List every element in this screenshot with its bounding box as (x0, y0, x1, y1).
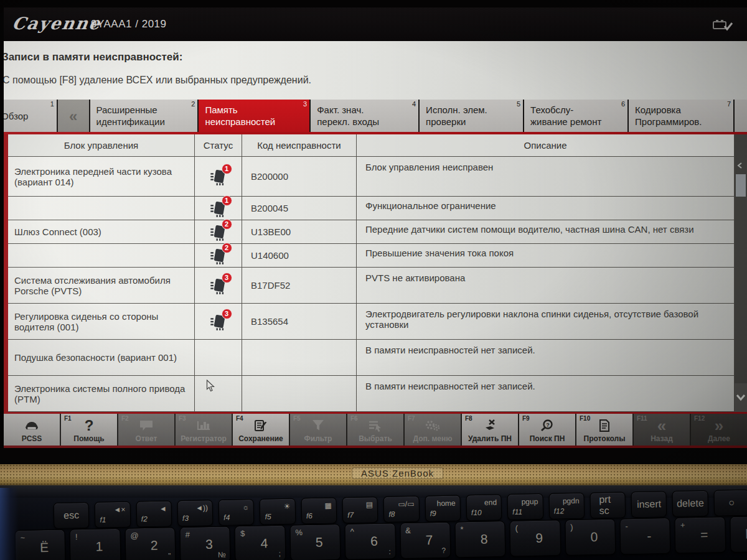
scrollbar-thumb[interactable] (736, 174, 746, 197)
tab-coding-programming[interactable]: 7 Кодировка Программиров. (629, 100, 733, 132)
laptop-blue-edge (0, 488, 19, 560)
keyboard-key[interactable]: # 3 № (179, 526, 230, 560)
scroll-down-button[interactable] (735, 383, 747, 412)
mouse-cursor (206, 380, 215, 395)
tab-overview[interactable]: 1 Обзор (4, 100, 57, 132)
back-button[interactable]: F11 « Назад (634, 414, 690, 446)
fault-count-badge: 2 (222, 219, 232, 230)
cell-unit: Электроника передней части кузова (вариа… (8, 157, 195, 196)
cell-code: B17DF52 (242, 268, 357, 303)
tab-fault-memory[interactable]: 3 Память неисправностей (199, 100, 309, 132)
note-edit-icon (253, 418, 268, 434)
select-button[interactable]: F6 Выбрать (347, 414, 403, 446)
vertical-scrollbar[interactable] (735, 134, 747, 412)
tab-scroll-left-button[interactable]: « (58, 100, 89, 132)
cell-desc: В памяти неисправностей нет записей. (357, 340, 735, 375)
cell-desc: Электродвигатель регулировки наклона спи… (357, 304, 735, 339)
tab-actual-values[interactable]: 4 Факт. знач. перекл. входы (311, 100, 418, 132)
fault-count-badge: 3 (222, 309, 232, 319)
function-key-toolbar: PCSS F1 ? Помощь F2 Ответ F3 (4, 412, 747, 448)
keyboard-key[interactable]: f12 pgdn (548, 493, 585, 520)
keyboard-key[interactable]: f7 ▤ (342, 497, 378, 523)
screen: Cayenne 9YAAA1 / 2019 Записи в памяти не… (4, 7, 747, 448)
keyboard-key[interactable]: + = (675, 516, 726, 554)
keyboard-key[interactable]: f8 ▭/▭ (383, 496, 420, 523)
keyboard-key[interactable]: f2 ◄ (136, 500, 172, 527)
help-button[interactable]: F1 ? Помощь (61, 414, 117, 446)
tab-partial-next (735, 100, 747, 132)
cell-desc: Функциональное ограничение (357, 197, 735, 220)
cell-code: B200000 (242, 157, 357, 196)
table-row[interactable]: 2 U140600 Превышение значения тока покоя (8, 244, 735, 268)
tab-maintenance-repair[interactable]: 6 Техобслу- живание ремонт (524, 100, 627, 132)
chevron-down-icon (735, 393, 746, 402)
table-row[interactable]: 1 B200045 Функциональное ограничение (8, 197, 735, 220)
cell-code: U140600 (242, 244, 357, 267)
fault-count-badge: 1 (222, 195, 232, 206)
table-row[interactable]: Электроника передней части кузова (вариа… (8, 157, 735, 197)
col-header-desc: Описание (357, 134, 735, 156)
keyboard-key[interactable]: back ← (730, 515, 747, 553)
page-hint: С помощью [F8] удаление ВСЕХ или выбранн… (4, 75, 741, 86)
cell-unit (8, 244, 195, 267)
table-row[interactable]: Подушка безопасности (вариант 001) В пам… (8, 340, 735, 376)
protocols-button[interactable]: F10 Протоколы (576, 414, 632, 446)
table-row[interactable]: Электроника системы полного привода (PTM… (8, 376, 735, 412)
keyboard-key[interactable]: ) 0 (565, 518, 616, 556)
fault-count-badge: 3 (222, 273, 232, 283)
cell-unit: Подушка безопасности (вариант 001) (8, 340, 195, 375)
search-faults-button[interactable]: F9 ? Поиск ПН (519, 414, 575, 446)
keyboard-key[interactable]: & 7 ? (400, 522, 451, 559)
control-unit-fault-icon: 2 (209, 246, 228, 265)
keyboard-key[interactable]: f5 ☀ (260, 498, 296, 525)
keyboard-key[interactable]: - - (619, 518, 670, 555)
keyboard-key[interactable]: prt sc (590, 492, 626, 518)
keyboard-key[interactable]: ○ (713, 490, 747, 516)
gears-icon (425, 418, 441, 434)
next-button[interactable]: F12 » Далее (691, 414, 747, 446)
model-logo: Cayenne (11, 14, 103, 33)
keyboard-key[interactable]: @ 2 " (125, 527, 176, 560)
cell-desc: Передние датчики систем помощи водителю,… (357, 220, 735, 243)
keyboard-key[interactable]: ^ 6 : (345, 523, 396, 560)
answer-button[interactable]: F2 Ответ (118, 414, 174, 446)
cell-code: U13BE00 (242, 220, 357, 243)
keyboard-key[interactable]: esc (54, 502, 90, 529)
tab-extended-identification[interactable]: 2 Расширенные идентификации (90, 100, 198, 132)
delete-faults-button[interactable]: F8 Удалить ПН (462, 414, 518, 446)
magnifier-question-icon: ? (540, 418, 555, 434)
recorder-button[interactable]: F3 Регистратор (176, 414, 232, 446)
save-button[interactable]: F4 Сохранение (233, 414, 289, 446)
keyboard-key[interactable]: f10 end (466, 494, 502, 521)
cell-code (242, 376, 357, 411)
keyboard-key[interactable]: f9 home (425, 495, 461, 521)
keyboard-key[interactable]: $ 4 ; (235, 525, 286, 560)
keyboard-key[interactable]: f4 ☼ (218, 499, 255, 526)
pcss-button[interactable]: PCSS (4, 414, 60, 446)
tab-actuator-tests[interactable]: 5 Исполн. элем. проверки (420, 100, 523, 132)
keyboard-key[interactable]: f1 ◄× (95, 502, 131, 528)
keyboard-key[interactable]: ( 9 (510, 520, 561, 557)
notice-area: Записи в памяти неисправностей: С помощь… (4, 41, 747, 100)
control-unit-fault-icon: 1 (209, 167, 228, 186)
cell-unit: Регулировка сиденья со стороны водителя … (8, 304, 195, 339)
car-icon (24, 418, 40, 434)
keyboard-key[interactable]: f3 ◄)) (177, 500, 213, 526)
document-icon (598, 418, 611, 434)
table-row[interactable]: Регулировка сиденья со стороны водителя … (8, 304, 735, 340)
keyboard-key[interactable]: ~ Ё (14, 529, 65, 560)
table-row[interactable]: Система отслеживания автомобиля Porsche … (8, 268, 735, 304)
keyboard-key[interactable]: delete (672, 490, 708, 517)
filter-button[interactable]: F5 Фильтр (290, 414, 346, 446)
keyboard-key[interactable]: % 5 (289, 524, 341, 560)
keyboard-key[interactable]: f6 ▦ (301, 497, 337, 524)
extra-menu-button[interactable]: F7 Доп. меню (405, 414, 461, 446)
keyboard-key[interactable]: * 8 (454, 521, 505, 558)
bar-chart-icon (196, 418, 211, 434)
vehicle-code: 9YAAA1 / 2019 (91, 18, 167, 30)
table-row[interactable]: Шлюз Connect (003) 2 U13BE00 Передние да… (8, 220, 735, 244)
question-icon: ? (85, 418, 94, 434)
keyboard-key[interactable]: f11 pgup (507, 493, 543, 520)
keyboard-key[interactable]: ! 1 (70, 528, 121, 560)
keyboard-key[interactable]: insert (631, 491, 667, 518)
